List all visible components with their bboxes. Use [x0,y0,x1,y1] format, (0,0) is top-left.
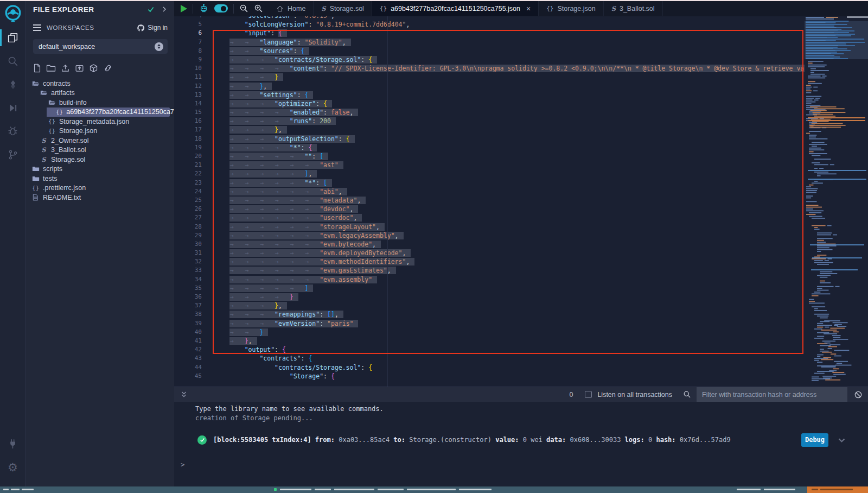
zoom-in-icon[interactable] [254,4,263,13]
run-script-icon[interactable] [181,5,187,12]
tx-field-label: logs: [621,436,648,444]
code-line-20: 20→→→→→"": [ [174,152,805,161]
workspace-selector[interactable]: default_workspace [33,39,168,54]
remix-logo[interactable] [0,1,25,26]
tree-item-label: 3_Ballot.sol [51,146,86,154]
terminal-line: Type the library name to see available c… [195,405,384,413]
github-icon [137,24,145,32]
line-number: 18 [174,135,202,143]
settings-icon[interactable]: ⚙ [0,456,25,479]
transaction-summary: [block:5583405 txIndex:4] from: 0xa03...… [213,436,801,444]
debug-button[interactable]: Debug [801,433,828,447]
tree-item--prettierrc-json[interactable]: {}.prettierrc.json [25,184,170,193]
tree-item-storage-json[interactable]: {}Storage.json [25,127,170,136]
line-number: 26 [174,205,202,213]
line-number: 6 [174,29,202,37]
code-editor[interactable]: 4"solcVersion": "0.8.19",5"solcLongVersi… [174,16,805,387]
tab-label: Home [288,5,305,12]
solidity-compiler-icon[interactable] [0,73,25,96]
line-number: 32 [174,257,202,266]
line-number: 21 [174,161,202,169]
solidity-file-icon: S [40,137,48,144]
tab-label: 3_Ballot.sol [620,5,655,12]
expand-transaction-icon[interactable] [837,435,846,445]
terminal-prompt[interactable]: > [181,460,185,469]
line-number: 40 [174,328,202,337]
zoom-out-icon[interactable] [239,4,248,13]
tree-item-readme-txt[interactable]: README.txt [25,193,170,203]
line-number: 19 [174,143,202,152]
plugin-manager-icon[interactable] [0,432,25,456]
folder-open-icon [40,90,48,96]
code-line-42: 42"output": { [174,345,805,354]
new-folder-icon[interactable] [46,64,56,72]
editor-controls [174,1,269,16]
line-number: 14 [174,99,202,108]
deploy-run-icon[interactable] [0,96,25,119]
tx-field-label: value: [492,436,523,444]
line-number: 13 [174,91,202,99]
hamburger-menu-icon[interactable] [33,24,41,31]
tx-field-value: 0 wei [523,436,542,444]
transaction-log-row[interactable]: [block:5583405 txIndex:4] from: 0xa03...… [195,432,846,447]
workspaces-label: WORKSPACES [47,24,137,31]
tree-item-tests[interactable]: tests [25,174,170,184]
code-line-23: 23→→→→→"*": [ [174,179,805,187]
git-icon[interactable] [0,143,25,166]
file-explorer-panel: FILE EXPLORER WORKSPACES Sign in default… [25,1,174,486]
tab-storage-json[interactable]: {}Storage.json [539,1,603,16]
tree-item-label: .prettierrc.json [43,184,86,192]
clear-terminal-icon[interactable] [854,390,863,399]
tree-item-label: scripts [43,165,62,173]
tab-a69b43f277ba20fcac141151250ca755-json[interactable]: {}a69b43f277ba20fcac141151250ca755.json× [372,1,539,16]
code-line-41: 41→}, [174,337,805,345]
code-line-16: 16→→→→"runs": 200 [174,117,805,125]
tree-item-artifacts[interactable]: artifacts [25,89,170,98]
tree-item-build-info[interactable]: build-info [25,98,170,108]
tree-item-scripts[interactable]: scripts [25,165,170,174]
listen-checkbox[interactable] [585,391,592,398]
line-number: 30 [174,240,202,249]
debugger-icon[interactable] [0,119,25,143]
code-line-24: 24→→→→→→"abi", [174,187,805,196]
code-line-7: 7→→"language": "Solidity", [174,38,805,47]
assistant-robot-icon[interactable] [199,3,209,14]
tree-item-2-owner-sol[interactable]: S2_Owner.sol [25,136,170,146]
tree-item-label: Storage.json [59,127,97,135]
file-explorer-icon[interactable] [0,26,25,49]
tab-storage-sol[interactable]: SStorage.sol [314,1,372,16]
status-badge[interactable] [807,486,868,493]
theme-toggle[interactable] [214,4,228,12]
line-number: 24 [174,187,202,196]
close-tab-icon[interactable]: × [526,5,531,12]
tab-label: Storage.json [557,5,595,12]
load-gist-icon[interactable] [89,64,98,73]
sign-in-button[interactable]: Sign in [137,24,168,32]
new-file-icon[interactable] [33,64,41,73]
tree-item-3-ballot-sol[interactable]: S3_Ballot.sol [25,146,170,155]
tree-item-contracts[interactable]: contracts [25,79,170,89]
tree-item-storage-sol[interactable]: SStorage.sol [25,155,170,165]
rail-bottom-group: ⚙ [0,432,25,479]
editor-minimap[interactable] [805,16,868,387]
upload-folder-icon[interactable] [75,64,84,73]
terminal-output[interactable]: Type the library name to see available c… [174,402,868,486]
upload-file-icon[interactable] [61,64,70,73]
search-icon[interactable] [0,49,25,73]
tab-3-ballot-sol[interactable]: S3_Ballot.sol [604,1,663,16]
sign-in-label: Sign in [148,24,168,31]
code-line-35: 35→→→→→] [174,284,805,293]
tab-home[interactable]: Home [269,1,314,16]
network-status-dot [274,488,277,491]
tx-field-value: 0x608...30033 [570,436,621,444]
collapse-terminal-icon[interactable] [181,391,187,399]
chevron-right-icon[interactable] [161,6,168,12]
tree-item-a69b43f277ba20fcac141151250ca7-[interactable]: {}a69b43f277ba20fcac141151250ca7... [25,108,170,117]
panel-title: FILE EXPLORER [33,5,147,14]
line-number: 7 [174,38,202,47]
transaction-filter-input[interactable] [697,387,847,402]
solidity-file-icon: S [40,146,48,154]
import-url-icon[interactable] [103,64,113,73]
line-number: 35 [174,284,202,293]
tree-item-storage-metadata-json[interactable]: {}Storage_metadata.json [25,117,170,127]
